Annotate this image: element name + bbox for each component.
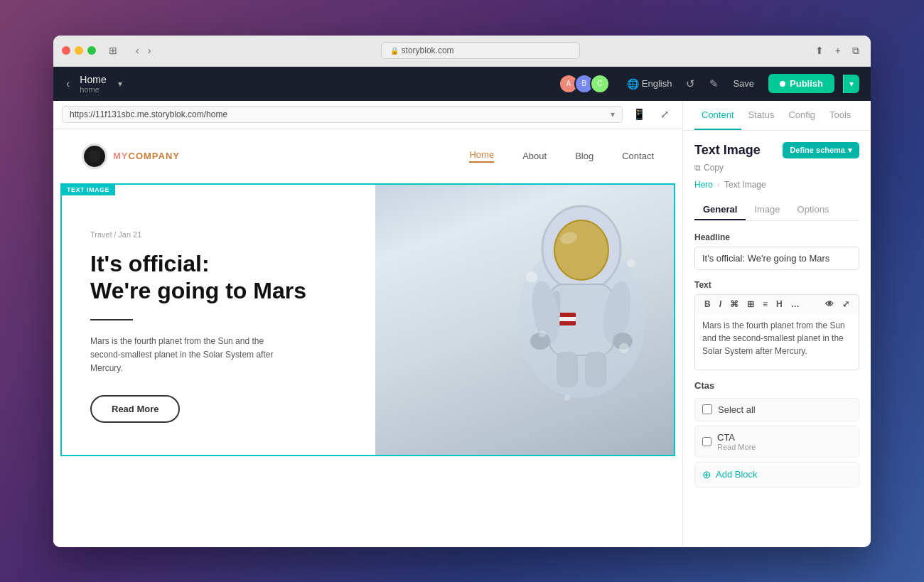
hero-image: © 2021 Stock Photo	[375, 185, 674, 455]
browser-url: storyblok.com	[402, 45, 454, 55]
cta-name: CTA	[717, 432, 756, 443]
publish-label: Publish	[790, 78, 823, 89]
svg-rect-17	[557, 352, 578, 387]
add-block-button[interactable]: ⊕ Add Block	[694, 462, 859, 487]
tab-config[interactable]: Config	[781, 101, 822, 130]
text-field-label: Text	[694, 280, 859, 290]
language-label: English	[642, 78, 672, 89]
fullscreen-rt-button[interactable]: ⤢	[839, 298, 853, 311]
copy-button[interactable]: ⧉ Copy	[694, 163, 724, 173]
browser-chrome: ⊞ ‹ › 🔒 storyblok.com ⬆ + ⧉	[53, 36, 871, 67]
nav-home[interactable]: Home	[469, 149, 494, 163]
rich-text-area[interactable]: Mars is the fourth planet from the Sun a…	[694, 313, 859, 370]
logo-icon	[82, 144, 107, 169]
cta-checkbox[interactable]	[702, 437, 711, 446]
back-button[interactable]: ‹	[133, 43, 142, 58]
publish-dot	[780, 81, 785, 87]
back-navigation-button[interactable]: ‹	[65, 76, 71, 92]
url-caret-icon: ▾	[611, 109, 615, 119]
define-schema-arrow: ▾	[848, 146, 852, 155]
publish-button[interactable]: Publish	[768, 74, 834, 93]
preview-toolbar: https://11f131sbc.me.storyblok.com/home …	[53, 101, 682, 129]
svg-point-21	[539, 330, 546, 338]
select-all-label: Select all	[718, 404, 756, 415]
hero-title-line1: It's official:	[90, 251, 210, 276]
rich-text-toolbar: B I ⌘ ⊞ ≡ H … 👁 ⤢	[694, 294, 859, 313]
avatar-group: A B C	[559, 74, 610, 94]
nav-about[interactable]: About	[522, 151, 547, 161]
component-title: Text Image	[694, 143, 761, 158]
right-panel-tabs: Content Status Config Tools	[683, 101, 871, 131]
heading-button[interactable]: H	[773, 298, 786, 311]
tabs-button[interactable]: ⧉	[849, 43, 862, 58]
tab-status[interactable]: Status	[741, 101, 782, 130]
image-button[interactable]: ⊞	[743, 298, 758, 311]
breadcrumb: Hero › Text Image	[694, 180, 859, 190]
traffic-light-yellow[interactable]	[75, 46, 83, 55]
sidebar-toggle-button[interactable]: ⊞	[104, 43, 122, 58]
device-toggle-button[interactable]: 📱	[628, 107, 650, 122]
italic-button[interactable]: I	[716, 298, 725, 311]
edit-button[interactable]: ✎	[709, 77, 719, 90]
forward-button[interactable]: ›	[145, 43, 154, 58]
page-title-wrapper: Home home	[80, 74, 106, 94]
component-header: Text Image Define schema ▾	[694, 142, 859, 158]
site-navigation: MYCOMPANY Home About Blog Contact	[53, 129, 682, 183]
astronaut-svg	[510, 192, 652, 441]
nav-contact[interactable]: Contact	[622, 151, 654, 161]
company-name-company: COMPANY	[129, 151, 180, 161]
page-subtitle: home	[80, 85, 106, 94]
new-tab-button[interactable]: +	[832, 43, 844, 58]
right-panel-content: Text Image Define schema ▾ ⧉ Copy Hero ›	[683, 131, 871, 547]
save-button[interactable]: Save	[733, 78, 754, 89]
headline-field-label: Headline	[694, 232, 859, 242]
hero-title-line2: We're going to Mars	[90, 278, 306, 303]
logo-dot	[89, 151, 100, 162]
breadcrumb-hero-link[interactable]: Hero	[694, 180, 713, 190]
list-button[interactable]: ≡	[759, 298, 771, 311]
read-more-button[interactable]: Read More	[90, 395, 180, 423]
sub-tab-image[interactable]: Image	[746, 200, 788, 220]
copy-label: Copy	[704, 163, 724, 173]
link-button[interactable]: ⌘	[726, 298, 742, 311]
page-dropdown-button[interactable]: ▾	[118, 79, 122, 89]
address-bar-wrapper: 🔒 storyblok.com	[159, 42, 800, 59]
page-title: Home	[80, 74, 106, 85]
address-bar[interactable]: 🔒 storyblok.com	[381, 42, 580, 59]
tab-content[interactable]: Content	[694, 101, 741, 130]
define-schema-label: Define schema	[790, 146, 845, 154]
traffic-light-green[interactable]	[87, 46, 96, 55]
history-button[interactable]: ↺	[686, 77, 695, 90]
sub-tab-options[interactable]: Options	[789, 200, 838, 220]
company-name: MYCOMPANY	[113, 151, 180, 161]
more-button[interactable]: …	[788, 298, 803, 311]
company-name-my: MY	[113, 151, 129, 161]
hero-title: It's official: We're going to Mars	[90, 250, 347, 305]
select-all-checkbox[interactable]	[702, 404, 712, 414]
preview-panel: https://11f131sbc.me.storyblok.com/home …	[53, 101, 682, 547]
define-schema-button[interactable]: Define schema ▾	[783, 142, 859, 158]
nav-links: Home About Blog Contact	[469, 149, 654, 163]
url-bar[interactable]: https://11f131sbc.me.storyblok.com/home …	[62, 106, 623, 123]
svg-point-19	[526, 271, 537, 283]
bold-button[interactable]: B	[701, 298, 714, 311]
svg-point-22	[619, 343, 629, 353]
share-button[interactable]: ⬆	[812, 43, 827, 58]
fullscreen-button[interactable]: ⤢	[656, 107, 674, 122]
nav-blog[interactable]: Blog	[575, 151, 593, 161]
hero-description: Mars is the fourth planet from the Sun a…	[90, 335, 275, 376]
hero-divider	[90, 319, 133, 320]
hero-section: TEXT IMAGE Travel / Jan 21 It's official…	[60, 183, 675, 456]
headline-input[interactable]	[694, 247, 859, 270]
main-content: https://11f131sbc.me.storyblok.com/home …	[53, 101, 871, 547]
sub-tab-general[interactable]: General	[694, 200, 746, 220]
text-image-badge: TEXT IMAGE	[61, 184, 115, 195]
top-bar: ‹ Home home ▾ A B C 🌐 English ↺ ✎ Save P…	[53, 67, 871, 101]
language-button[interactable]: 🌐 English	[627, 78, 672, 90]
preview-toggle-button[interactable]: 👁	[822, 298, 837, 311]
tab-tools[interactable]: Tools	[822, 101, 858, 130]
cta-value: Read More	[717, 443, 756, 451]
publish-dropdown-button[interactable]: ▾	[843, 75, 859, 93]
traffic-light-red[interactable]	[62, 46, 70, 55]
select-all-row: Select all	[694, 398, 859, 421]
